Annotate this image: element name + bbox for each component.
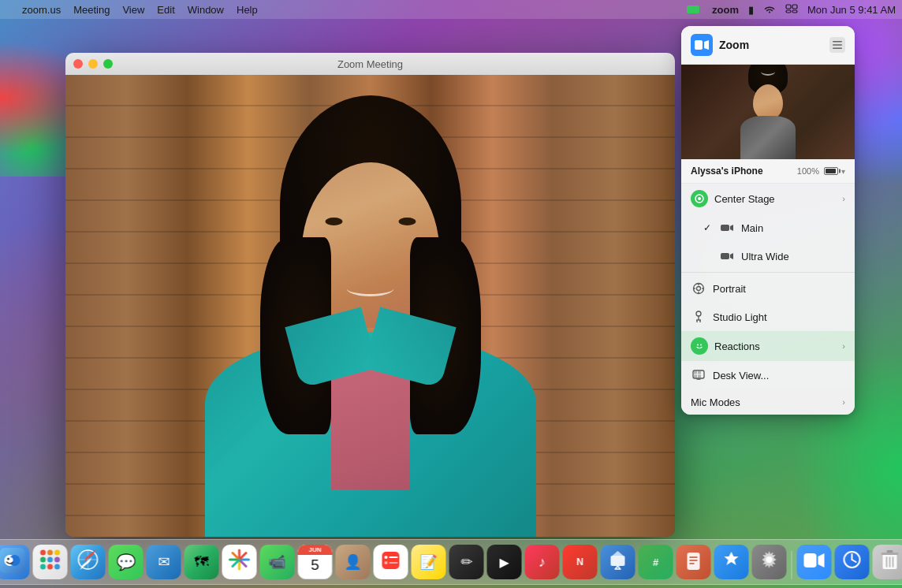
svg-marker-12 bbox=[730, 225, 733, 231]
reactions-chevron: › bbox=[842, 341, 845, 351]
portrait-icon bbox=[691, 281, 706, 296]
window-minimize-button[interactable] bbox=[88, 59, 98, 69]
menu-item-reactions[interactable]: Reactions › bbox=[681, 331, 855, 361]
zoom-window-title: Zoom Meeting bbox=[337, 58, 403, 70]
dock-item-zoom[interactable] bbox=[797, 545, 832, 579]
desk-view-label: Desk View... bbox=[713, 370, 845, 381]
center-stage-icon bbox=[691, 190, 708, 207]
zoom-panel-title: Zoom bbox=[719, 39, 829, 51]
person-smile bbox=[347, 281, 394, 296]
dock-item-finder[interactable] bbox=[0, 545, 30, 579]
window-close-button[interactable] bbox=[73, 59, 83, 69]
svg-rect-2 bbox=[786, 10, 791, 13]
trash-icon bbox=[881, 549, 900, 575]
ultra-wide-label: Ultra Wide bbox=[741, 251, 845, 262]
svg-marker-14 bbox=[730, 253, 733, 259]
menubar-control-center[interactable] bbox=[785, 4, 798, 16]
pages-icon bbox=[684, 551, 704, 574]
dock-item-screentime[interactable] bbox=[835, 545, 870, 579]
menu-item-center-stage[interactable]: Center Stage › bbox=[681, 184, 855, 214]
maps-icon: 🗺 bbox=[195, 554, 209, 571]
zoom-meeting-window: Zoom Meeting bbox=[65, 53, 675, 537]
dock-item-mail[interactable]: ✉ bbox=[147, 545, 181, 579]
menu-item-desk-view[interactable]: Desk View... bbox=[681, 361, 855, 389]
preview-smile bbox=[761, 68, 775, 76]
numbers-icon: # bbox=[653, 556, 658, 568]
dock-item-launchpad[interactable] bbox=[33, 545, 68, 579]
svg-point-21 bbox=[696, 311, 701, 316]
device-chevron-icon[interactable]: ▾ bbox=[841, 167, 845, 176]
dock-item-freeform[interactable]: ✏ bbox=[449, 545, 484, 579]
dock-item-music[interactable]: ♪ bbox=[525, 545, 560, 579]
zoom-titlebar: Zoom Meeting bbox=[65, 53, 675, 75]
zoom-video-area bbox=[65, 75, 675, 537]
menu-item-main[interactable]: ✓ Main bbox=[681, 214, 855, 242]
dock-divider bbox=[792, 551, 792, 579]
dock-item-messages[interactable]: 💬 bbox=[109, 545, 144, 579]
menubar-edit[interactable]: Edit bbox=[157, 4, 174, 16]
svg-rect-13 bbox=[721, 253, 729, 259]
menubar-datetime[interactable]: Mon Jun 5 9:41 AM bbox=[807, 4, 896, 16]
menubar-help[interactable]: Help bbox=[237, 4, 258, 16]
dock-item-pages[interactable] bbox=[676, 545, 711, 579]
launchpad-icon bbox=[39, 549, 62, 575]
person-eye-right bbox=[398, 218, 416, 225]
zoom-panel-logo bbox=[691, 34, 713, 56]
dock-item-reminders[interactable] bbox=[374, 545, 408, 579]
center-stage-label: Center Stage bbox=[714, 193, 842, 205]
center-stage-chevron: › bbox=[842, 194, 845, 203]
svg-rect-3 bbox=[792, 10, 797, 13]
menu-item-ultra-wide[interactable]: Ultra Wide bbox=[681, 242, 855, 270]
svg-point-41 bbox=[40, 550, 46, 556]
dock-item-photos[interactable] bbox=[222, 545, 257, 579]
dock-item-safari[interactable] bbox=[71, 545, 106, 579]
dock-item-maps[interactable]: 🗺 bbox=[184, 545, 219, 579]
dock-item-appstore[interactable] bbox=[714, 545, 749, 579]
menubar-wifi-icon[interactable] bbox=[763, 4, 776, 16]
menubar-window[interactable]: Window bbox=[188, 4, 224, 16]
dock-item-contacts[interactable]: 👤 bbox=[336, 545, 371, 579]
dock-item-trash[interactable] bbox=[873, 545, 903, 579]
dock-item-numbers[interactable]: # bbox=[639, 545, 673, 579]
zoom-menubar-icon[interactable] bbox=[687, 6, 699, 13]
messages-icon: 💬 bbox=[116, 553, 136, 571]
svg-point-42 bbox=[47, 550, 53, 556]
svg-rect-65 bbox=[688, 553, 700, 570]
appletv-icon: ▶ bbox=[500, 555, 509, 570]
settings-icon bbox=[759, 549, 780, 575]
reactions-icon bbox=[691, 337, 708, 355]
appstore-icon bbox=[721, 549, 742, 575]
svg-point-40 bbox=[10, 557, 13, 560]
dock-item-keynote[interactable] bbox=[601, 545, 636, 579]
svg-point-43 bbox=[54, 550, 60, 556]
svg-point-49 bbox=[54, 564, 60, 570]
contacts-icon: 👤 bbox=[345, 553, 362, 571]
zoom-panel-settings-icon[interactable] bbox=[829, 37, 845, 53]
facetime-icon: 📹 bbox=[269, 553, 286, 571]
dock-item-notes[interactable]: 📝 bbox=[412, 545, 446, 579]
zoom-dock-icon bbox=[804, 552, 825, 572]
zoom-panel-header: Zoom bbox=[681, 26, 855, 65]
svg-point-27 bbox=[697, 344, 699, 346]
checkmark-icon: ✓ bbox=[703, 222, 716, 233]
finder-icon bbox=[0, 548, 25, 577]
menubar-meeting[interactable]: Meeting bbox=[73, 4, 110, 16]
menu-item-mic-modes[interactable]: Mic Modes › bbox=[681, 389, 855, 415]
menubar-view[interactable]: View bbox=[122, 4, 144, 16]
person-eye-left bbox=[325, 218, 342, 225]
menu-item-portrait[interactable]: Portrait bbox=[681, 274, 855, 303]
dock-item-appletv[interactable]: ▶ bbox=[487, 545, 522, 579]
menu-item-studio-light[interactable]: Studio Light bbox=[681, 303, 855, 331]
battery-percent-label: 100% bbox=[797, 166, 819, 176]
dock-item-settings[interactable] bbox=[752, 545, 787, 579]
window-maximize-button[interactable] bbox=[103, 59, 113, 69]
menubar-app-name[interactable]: zoom.us bbox=[22, 4, 61, 16]
freeform-icon: ✏ bbox=[460, 553, 472, 571]
menubar-zoom-label[interactable]: zoom bbox=[712, 4, 739, 16]
svg-rect-30 bbox=[694, 371, 697, 374]
dock-item-news[interactable]: N bbox=[563, 545, 598, 579]
mail-icon: ✉ bbox=[158, 553, 170, 571]
dock-item-calendar[interactable]: JUN 5 bbox=[298, 545, 333, 579]
dock-item-facetime[interactable]: 📹 bbox=[260, 545, 295, 579]
calendar-icon-inner: JUN 5 bbox=[298, 545, 333, 579]
